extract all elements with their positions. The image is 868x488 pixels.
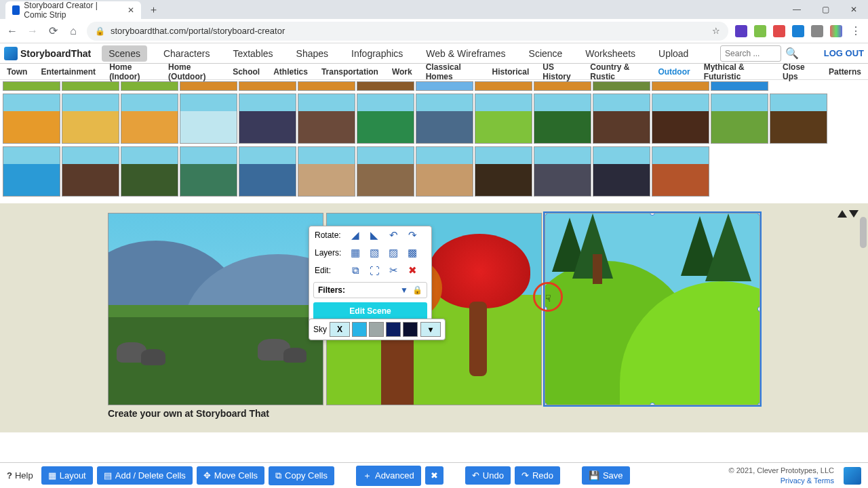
category-tab-close-ups[interactable]: Close Ups	[783, 62, 815, 81]
ext-icon[interactable]	[735, 25, 747, 37]
scene-thumbnail[interactable]	[298, 146, 355, 197]
category-tab-entertainment[interactable]: Entertainment	[41, 67, 96, 77]
category-tab-classical-homes[interactable]: Classical Homes	[426, 62, 479, 81]
search-icon[interactable]: 🔍	[785, 47, 799, 60]
rotate-ccw-icon[interactable]: ↶	[385, 228, 401, 242]
scene-thumbnail[interactable]	[180, 81, 237, 91]
move-cells-button[interactable]: ✥ Move Cells	[197, 466, 264, 485]
ext-icon[interactable]	[754, 25, 766, 37]
scene-thumbnail[interactable]	[652, 94, 709, 144]
category-tab-mythical-futuristic[interactable]: Mythical & Futuristic	[704, 62, 769, 81]
scene-thumbnail[interactable]	[3, 81, 60, 91]
browser-tab[interactable]: Storyboard Creator | Comic Strip ✕	[5, 1, 141, 19]
category-tab-school[interactable]: School	[233, 67, 260, 77]
copy-cells-button[interactable]: ⧉ Copy Cells	[269, 466, 334, 485]
forward-icon[interactable]: →	[26, 24, 39, 38]
category-tab-outdoor[interactable]: Outdoor	[658, 67, 690, 77]
main-tab-worksheets[interactable]: Worksheets	[578, 45, 642, 62]
scene-thumbnail[interactable]	[180, 94, 237, 144]
expand-down-icon[interactable]	[849, 210, 859, 218]
category-tab-patterns[interactable]: Patterns	[829, 67, 861, 77]
maximize-icon[interactable]: ▢	[811, 0, 840, 19]
new-tab-button[interactable]: ＋	[146, 3, 160, 16]
star-icon[interactable]: ☆	[712, 26, 720, 36]
scene-thumbnail[interactable]	[416, 81, 473, 91]
scene-thumbnail[interactable]	[652, 146, 709, 197]
close-window-icon[interactable]: ✕	[840, 0, 868, 19]
category-tab-home-indoor-[interactable]: Home (Indoor)	[109, 62, 155, 81]
scene-thumbnail[interactable]	[298, 81, 355, 91]
scene-thumbnail[interactable]	[534, 81, 591, 91]
scene-thumbnail[interactable]	[475, 146, 532, 197]
puzzle-icon[interactable]	[811, 25, 823, 37]
scene-thumbnail[interactable]	[593, 81, 650, 91]
home-icon[interactable]: ⌂	[66, 24, 80, 38]
undo-button[interactable]: ↶ Undo	[465, 466, 511, 485]
sky-color-picker[interactable]: ▾	[420, 322, 441, 337]
search-input[interactable]	[720, 45, 781, 62]
main-tab-textables[interactable]: Textables	[226, 45, 279, 62]
scene-thumbnail[interactable]	[239, 94, 296, 144]
sky-swatch[interactable]	[352, 322, 367, 337]
scene-thumbnail[interactable]	[475, 81, 532, 91]
help-button[interactable]: ?Help	[7, 470, 33, 481]
send-back-icon[interactable]: ▩	[404, 246, 420, 260]
flip-v-icon[interactable]: ◣	[366, 228, 382, 242]
layout-button[interactable]: ▦ Layout	[41, 466, 93, 485]
filters-lock-icon[interactable]: 🔒	[412, 285, 422, 295]
scene-thumbnail[interactable]	[121, 81, 178, 91]
redo-button[interactable]: ↷ Redo	[515, 466, 560, 485]
back-icon[interactable]: ←	[5, 24, 19, 38]
scene-thumbnail[interactable]	[357, 94, 414, 144]
ext-icon[interactable]	[792, 25, 804, 37]
storyboard-cell-3[interactable]	[545, 213, 760, 405]
scene-thumbnail[interactable]	[593, 146, 650, 197]
main-tab-characters[interactable]: Characters	[157, 45, 216, 62]
main-tab-shapes[interactable]: Shapes	[290, 45, 335, 62]
scene-thumbnail[interactable]	[770, 94, 827, 144]
reload-icon[interactable]: ⟳	[46, 24, 60, 38]
sky-swatch[interactable]	[369, 322, 384, 337]
logout-link[interactable]: LOG OUT	[824, 48, 864, 58]
sky-swatch[interactable]	[386, 322, 401, 337]
scene-thumbnail[interactable]	[593, 94, 650, 144]
delete-icon[interactable]: ✖	[404, 264, 420, 277]
category-tab-us-history[interactable]: US History	[542, 62, 576, 81]
ext-icon[interactable]	[773, 25, 785, 37]
main-tab-science[interactable]: Science	[522, 45, 570, 62]
filters-dropdown[interactable]: Filters: ▼ 🔒	[313, 282, 427, 298]
edit-scene-button[interactable]: Edit Scene	[313, 302, 427, 320]
scene-thumbnail[interactable]	[239, 146, 296, 197]
scene-thumbnail[interactable]	[298, 94, 355, 144]
scene-thumbnail[interactable]	[62, 146, 119, 197]
send-backward-icon[interactable]: ▨	[385, 246, 401, 260]
menu-icon[interactable]: ⋮	[849, 24, 863, 38]
scrollbar-thumb[interactable]	[860, 217, 867, 248]
scene-thumbnail[interactable]	[239, 81, 296, 91]
scene-thumbnail[interactable]	[534, 146, 591, 197]
scene-thumbnail[interactable]	[121, 94, 178, 144]
collapse-up-icon[interactable]	[837, 210, 847, 218]
scene-thumbnail[interactable]	[62, 81, 119, 91]
main-tab-web-wireframes[interactable]: Web & Wireframes	[419, 45, 512, 62]
advanced-close-button[interactable]: ✖	[425, 466, 443, 485]
bring-front-icon[interactable]: ▦	[347, 246, 363, 260]
scene-thumbnail[interactable]	[534, 94, 591, 144]
scene-thumbnail[interactable]	[3, 146, 60, 197]
privacy-link[interactable]: Privacy & Terms	[781, 476, 834, 485]
app-logo[interactable]: StoryboardThat	[4, 47, 91, 60]
scene-thumbnail[interactable]	[711, 81, 768, 91]
stretch-icon[interactable]: ⛶	[366, 264, 382, 277]
save-button[interactable]: 💾 Save	[582, 466, 630, 485]
scene-thumbnail[interactable]	[62, 94, 119, 144]
crop-icon[interactable]: ✂	[385, 264, 401, 277]
scene-thumbnail[interactable]	[711, 94, 768, 144]
rotate-cw-icon[interactable]: ↷	[404, 228, 420, 242]
bring-forward-icon[interactable]: ▧	[366, 246, 382, 260]
flip-h-icon[interactable]: ◢	[347, 228, 363, 242]
category-tab-athletics[interactable]: Athletics	[273, 67, 308, 77]
minimize-icon[interactable]: —	[783, 0, 811, 19]
scene-thumbnail[interactable]	[180, 146, 237, 197]
scene-thumbnail[interactable]	[121, 146, 178, 197]
category-tab-transportation[interactable]: Transportation	[321, 67, 378, 77]
